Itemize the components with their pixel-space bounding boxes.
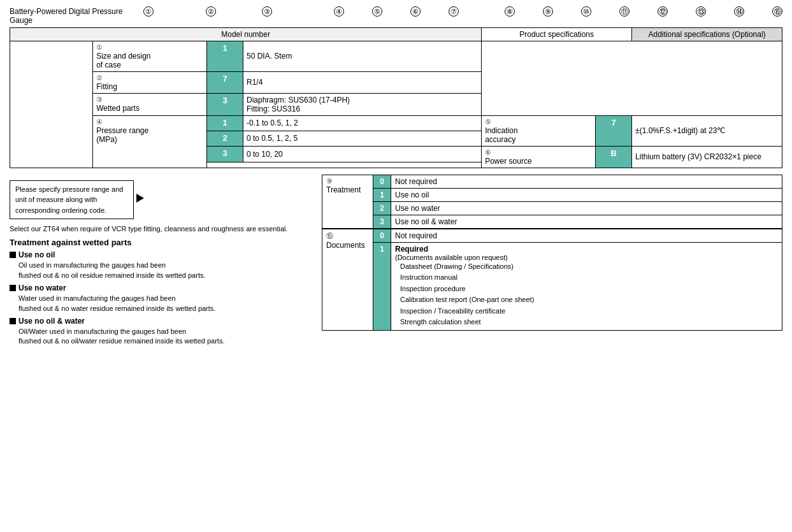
pressure-label-cell: ④ Pressure range (MPa) (93, 115, 207, 168)
treatment-heading-0: Use no oil (18, 250, 55, 259)
treatment-code-1: 1 (373, 188, 391, 201)
col-num-7: ⑦ (449, 6, 459, 17)
fitting-code-cell: 7 (207, 71, 243, 93)
treatment-row-desc-2: Use no water (391, 201, 782, 215)
treatment-desc-0: Oil used in manufacturing the gauges had… (18, 261, 315, 280)
wetted-extra (482, 93, 782, 115)
pressure-desc-3: 0 to 10, 20 (243, 146, 482, 162)
pressure-desc-2: 0 to 0.5, 1, 2, 5 (243, 131, 482, 146)
tooltip-box: Please specify pressure range and unit o… (10, 180, 134, 220)
indent-cell-1 (10, 41, 93, 115)
pressure-code-2: 2 (207, 131, 243, 146)
col-num-1: ① (143, 6, 154, 17)
treatment-code-3: 3 (373, 215, 391, 228)
fitting-extra (482, 71, 782, 93)
wetted-desc-cell: Diaphragm: SUS630 (17-4PH) Fitting: SUS3… (243, 93, 482, 115)
right-tables-area: ⑨ Treatment 0 Not required 1 Use no oil … (322, 172, 782, 347)
tooltip-text: Please specify pressure range and unit o… (15, 185, 123, 214)
treatment-table-label: ⑨ Treatment (322, 175, 373, 228)
col-num-8: ⑧ (505, 6, 515, 17)
indication-label-cell: ⑤ Indication accuracy (482, 115, 596, 146)
col-num-2: ② (206, 6, 216, 17)
col-num-13: ⑬ (696, 6, 706, 17)
bottom-section: Please specify pressure range and unit o… (10, 172, 782, 347)
col-num-4: ④ (334, 6, 344, 17)
treatment-heading-2: Use no oil & water (18, 317, 85, 326)
treatment-item-1: Use no water Water used in manufacturing… (10, 284, 315, 313)
treatment-row-desc-1: Use no oil (391, 188, 782, 201)
page-title: Battery-Powered Digital Pressure Gauge (10, 7, 138, 25)
documents-table-label: ⑮ Documents (322, 229, 373, 331)
pressure-empty-code (207, 162, 243, 168)
bullet-icon-1 (10, 285, 16, 291)
power-code-cell: B (596, 146, 632, 168)
select-note: Select our ZT64 when require of VCR type… (10, 224, 315, 234)
treatment-code-2: 2 (373, 201, 391, 215)
treatment-code-0: 0 (373, 175, 391, 188)
indication-desc-cell: ±(1.0%F.S.+1digit) at 23℃ (632, 115, 782, 146)
arrow-right-icon (136, 194, 144, 203)
documents-code-1: 1 (373, 242, 391, 331)
documents-table: ⑮ Documents 0 Not required 1 Required (D… (322, 229, 782, 331)
documents-row-desc-1: Required (Documents available upon reque… (391, 242, 782, 331)
left-notes-area: Please specify pressure range and unit o… (10, 172, 322, 347)
treatment-heading-1: Use no water (18, 284, 66, 292)
size-code-cell: 1 (207, 41, 243, 71)
fitting-desc-cell: R1/4 (243, 71, 482, 93)
treatment-row-desc-0: Not required (391, 175, 782, 188)
treatment-desc-1: Water used in manufacturing the gauges h… (18, 294, 315, 313)
pressure-code-3: 3 (207, 146, 243, 162)
treatment-section: Treatment against wetted parts Use no oi… (10, 238, 315, 346)
col-num-10: ⑩ (581, 6, 591, 17)
col-num-11: ⑪ (619, 6, 630, 17)
document-item: Strength calculation sheet (400, 317, 778, 328)
treatment-table: ⑨ Treatment 0 Not required 1 Use no oil … (322, 175, 782, 229)
fitting-label-cell: ② Fitting (93, 71, 207, 93)
indent-cell-2 (10, 115, 93, 168)
product-spec-header: Product specifications (482, 27, 632, 41)
treatment-item-0: Use no oil Oil used in manufacturing the… (10, 250, 315, 280)
size-desc-cell: 50 DIA. Stem (243, 41, 482, 71)
col-num-12: ⑫ (658, 6, 668, 17)
additional-spec-header: Additional specifications (Optional) (632, 27, 782, 41)
documents-code-0: 0 (373, 229, 391, 242)
pressure-code-1: 1 (207, 115, 243, 131)
indication-code-cell: 7 (596, 115, 632, 146)
document-item: Datasheet (Drawing / Specifications) (400, 261, 778, 273)
documents-row-desc-0: Not required (391, 229, 782, 242)
col-num-14: ⑭ (734, 6, 744, 17)
document-item: Inspection / Traceability certificate (400, 306, 778, 317)
treatment-item-2: Use no oil & water Oil/Water used in man… (10, 317, 315, 347)
bullet-icon-2 (10, 318, 16, 324)
power-label-cell: ⑥ Power source (482, 146, 596, 168)
document-item: Instruction manual (400, 272, 778, 284)
size-label-cell: ① Size and design of case (93, 41, 207, 71)
pressure-desc-1: -0.1 to 0.5, 1, 2 (243, 115, 482, 131)
power-desc-cell: Lithium battery (3V) CR2032×1 piece (632, 146, 782, 168)
treatment-desc-2: Oil/Water used in manufacturing the gaug… (18, 327, 315, 347)
document-item: Calibration test report (One-part one sh… (400, 294, 778, 306)
treatment-title: Treatment against wetted parts (10, 238, 315, 247)
size-extra (482, 41, 782, 71)
document-item: Inspection procedure (400, 284, 778, 295)
spec-table: Model number Product specifications Addi… (10, 27, 782, 168)
col-num-5: ⑤ (372, 6, 382, 17)
bullet-icon-0 (10, 252, 16, 258)
col-num-15: ⑮ (772, 6, 782, 17)
col-num-9: ⑨ (543, 6, 553, 17)
treatment-row-desc-3: Use no oil & water (391, 215, 782, 228)
pressure-empty-desc (243, 162, 482, 168)
col-num-3: ③ (262, 6, 272, 17)
wetted-code-cell: 3 (207, 93, 243, 115)
model-number-header: Model number (10, 27, 482, 41)
col-num-6: ⑥ (410, 6, 421, 17)
wetted-label-cell: ③ Wetted parts (93, 93, 207, 115)
